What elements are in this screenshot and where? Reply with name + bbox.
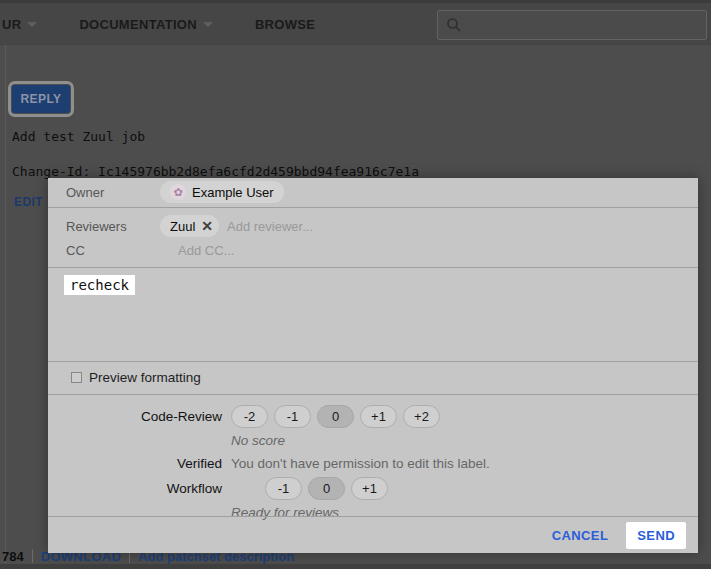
owner-chip-name: Example User [192, 185, 274, 200]
reply-dialog: Owner ✿ Example User Reviewers Zuul ✕ Ad… [48, 178, 698, 553]
code-review-minus2-button[interactable]: -2 [231, 405, 268, 428]
code-review-minus1-button[interactable]: -1 [274, 405, 311, 428]
reply-message-textarea[interactable]: recheck [48, 268, 698, 361]
nav-item-browse[interactable]: BROWSE [255, 17, 315, 32]
commit-message-change-id: Change-Id: Ic145976bb2d8efa6cfd2d459bbd9… [12, 164, 419, 179]
code-review-status: No score [231, 431, 698, 451]
nav-item-browse-label: BROWSE [255, 17, 315, 32]
workflow-row: Workflow -1 0 +1 [48, 475, 698, 503]
cancel-button[interactable]: CANCEL [552, 528, 609, 543]
reviewers-label: Reviewers [66, 219, 160, 234]
remove-reviewer-icon[interactable]: ✕ [201, 218, 213, 234]
preview-formatting-row: Preview formatting [48, 362, 698, 394]
page-left-border [5, 45, 6, 569]
add-reviewer-input[interactable]: Add reviewer... [227, 219, 313, 234]
nav-item-documentation-label: DOCUMENTATION [79, 17, 197, 32]
gerrit-screen: UR DOCUMENTATION BROWSE REPLY Add test Z… [0, 0, 711, 569]
reviewer-chip-name: Zuul [170, 219, 195, 234]
add-cc-input[interactable]: Add CC... [178, 243, 234, 258]
search-icon [446, 17, 462, 33]
code-review-buttons: -2 -1 0 +1 +2 [231, 405, 446, 428]
top-nav: UR DOCUMENTATION BROWSE [0, 0, 711, 45]
reviewers-row: Reviewers Zuul ✕ Add reviewer... [48, 213, 698, 240]
code-review-zero-button[interactable]: 0 [317, 405, 354, 428]
verified-row: Verified You don't have permission to ed… [48, 453, 698, 475]
search-box[interactable] [437, 10, 707, 40]
verified-label: Verified [48, 456, 222, 471]
owner-row: Owner ✿ Example User [48, 178, 698, 207]
reviewer-chip[interactable]: Zuul ✕ [160, 215, 219, 237]
nav-item-your-label: UR [2, 17, 21, 32]
cc-label: CC [66, 243, 160, 258]
search-input[interactable] [468, 18, 688, 33]
owner-label: Owner [66, 185, 160, 200]
avatar: ✿ [170, 184, 186, 200]
preview-formatting-checkbox[interactable] [71, 372, 82, 383]
commit-message-subject: Add test Zuul job [12, 129, 145, 144]
workflow-plus1-button[interactable]: +1 [351, 477, 388, 500]
cc-row: CC Add CC... [48, 239, 698, 262]
edit-link[interactable]: EDIT [14, 195, 43, 209]
top-nav-menu: UR DOCUMENTATION BROWSE [0, 3, 315, 45]
patchset-number: 784 [2, 549, 24, 564]
code-review-row: Code-Review -2 -1 0 +1 +2 [48, 403, 698, 431]
code-review-label: Code-Review [48, 409, 222, 424]
workflow-minus1-button[interactable]: -1 [265, 477, 302, 500]
owner-chip[interactable]: ✿ Example User [160, 181, 284, 203]
send-button[interactable]: SEND [626, 522, 686, 549]
reply-button[interactable]: REPLY [12, 85, 70, 113]
nav-item-documentation[interactable]: DOCUMENTATION [79, 17, 213, 32]
workflow-buttons: -1 0 +1 [265, 477, 394, 500]
divider [32, 549, 33, 563]
workflow-zero-button[interactable]: 0 [308, 477, 345, 500]
workflow-label: Workflow [48, 481, 222, 496]
chevron-down-icon [203, 22, 213, 27]
dialog-actions: CANCEL SEND [48, 517, 698, 553]
verified-permission-message: You don't have permission to edit this l… [231, 453, 490, 475]
code-review-plus2-button[interactable]: +2 [403, 405, 440, 428]
code-review-plus1-button[interactable]: +1 [360, 405, 397, 428]
chevron-down-icon [27, 22, 37, 27]
bottom-edge-bar [0, 564, 711, 569]
nav-item-your[interactable]: UR [2, 17, 37, 32]
labels-section: Code-Review -2 -1 0 +1 +2 No score Verif… [48, 395, 698, 516]
preview-formatting-label: Preview formatting [89, 370, 201, 385]
reply-message-text: recheck [64, 275, 135, 295]
divider [48, 207, 698, 208]
